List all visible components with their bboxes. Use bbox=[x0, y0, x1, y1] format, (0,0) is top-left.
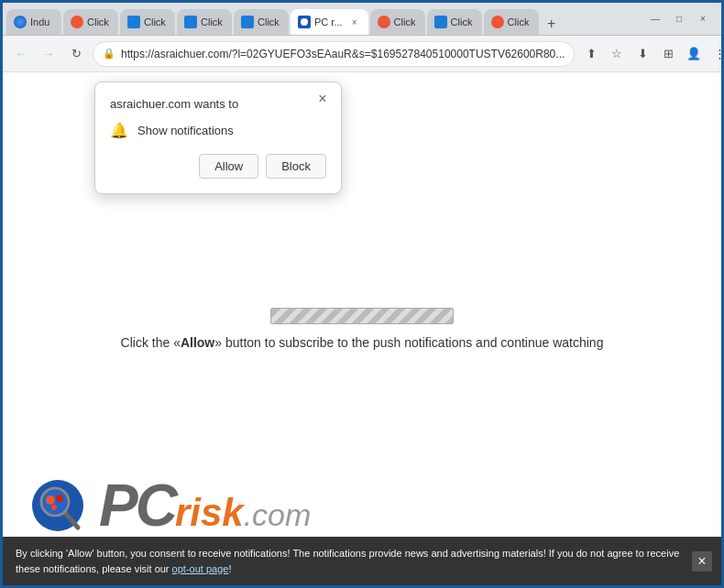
profile-button[interactable]: 👤 bbox=[683, 43, 705, 65]
allow-button[interactable]: Allow bbox=[199, 154, 258, 179]
tab-favicon-blue bbox=[127, 16, 140, 28]
title-bar: Indu Click Click Click Click bbox=[3, 3, 721, 36]
tab-click-8[interactable]: Click bbox=[427, 9, 482, 35]
popup-close-button[interactable]: × bbox=[313, 90, 332, 108]
com-text: .com bbox=[244, 497, 312, 532]
subscribe-text: Click the «Allow» button to subscribe to… bbox=[121, 335, 604, 350]
url-text: https://asraichuer.com/?l=02GYUEFO3sEAau… bbox=[121, 48, 565, 60]
tab-label: Click bbox=[451, 16, 473, 27]
tab-click-3[interactable]: Click bbox=[120, 9, 175, 35]
popup-notification-label: Show notifications bbox=[137, 124, 234, 137]
address-bar: ← → ↻ 🔒 https://asraichuer.com/?l=02GYUE… bbox=[3, 36, 721, 72]
svg-point-3 bbox=[46, 495, 55, 505]
tab-indu[interactable]: Indu bbox=[6, 9, 61, 35]
tab-click-7[interactable]: Click bbox=[370, 9, 425, 35]
tab-click-5[interactable]: Click bbox=[234, 9, 289, 35]
minimize-button[interactable]: — bbox=[646, 10, 664, 28]
tab-favicon-blue2 bbox=[184, 16, 197, 28]
tab-favicon-red bbox=[71, 16, 83, 28]
pcrisk-icon bbox=[30, 476, 90, 536]
tab-favicon-blue4 bbox=[434, 16, 447, 28]
pc-text: PC bbox=[99, 473, 175, 539]
popup-notification-row: 🔔 Show notifications bbox=[110, 122, 326, 139]
notification-popup: × asraichuer.com wants to 🔔 Show notific… bbox=[94, 82, 342, 194]
loading-bar bbox=[270, 308, 454, 324]
extensions-button[interactable]: ⊞ bbox=[657, 43, 679, 65]
tab-pcrisk-active[interactable]: PC r... × bbox=[291, 9, 368, 35]
tab-label: Click bbox=[144, 16, 166, 27]
tab-favicon-pcrisk bbox=[298, 16, 311, 28]
tab-favicon-blue3 bbox=[241, 16, 254, 28]
tab-favicon-globe bbox=[14, 16, 27, 28]
browser-window: Indu Click Click Click Click bbox=[3, 3, 721, 585]
subscribe-suffix: » button to subscribe to the push notifi… bbox=[214, 335, 603, 350]
tab-click-4[interactable]: Click bbox=[177, 9, 232, 35]
pcrisk-logo: PCrisk.com bbox=[30, 472, 311, 539]
subscribe-prefix: Click the « bbox=[121, 335, 181, 350]
popup-title: asraichuer.com wants to bbox=[110, 97, 326, 111]
share-button[interactable]: ⬆ bbox=[580, 43, 602, 65]
lock-icon: 🔒 bbox=[103, 48, 115, 60]
tab-label: Click bbox=[508, 16, 530, 27]
svg-point-4 bbox=[56, 495, 63, 502]
forward-button[interactable]: → bbox=[38, 43, 60, 65]
tab-favicon-red3 bbox=[491, 16, 504, 28]
new-tab-button[interactable]: + bbox=[541, 13, 563, 35]
tab-close-btn[interactable]: × bbox=[348, 16, 361, 28]
tab-favicon-red2 bbox=[378, 16, 390, 28]
popup-buttons: Allow Block bbox=[110, 154, 326, 179]
svg-point-5 bbox=[51, 505, 57, 510]
tab-label: Click bbox=[87, 16, 109, 27]
browser-content: Click the «Allow» button to subscribe to… bbox=[3, 72, 721, 585]
cookie-text: By clicking 'Allow' button, you consent … bbox=[16, 548, 679, 574]
tab-click-9[interactable]: Click bbox=[484, 9, 539, 35]
address-actions: ⬆ ☆ ⬇ ⊞ 👤 ⋮ bbox=[580, 43, 724, 65]
cookie-banner: By clicking 'Allow' button, you consent … bbox=[3, 537, 721, 585]
menu-button[interactable]: ⋮ bbox=[708, 43, 724, 65]
window-controls: — □ × bbox=[646, 10, 718, 28]
url-bar[interactable]: 🔒 https://asraichuer.com/?l=02GYUEFO3sEA… bbox=[93, 41, 575, 67]
cookie-text-end: ! bbox=[228, 563, 231, 574]
maximize-button[interactable]: □ bbox=[670, 10, 688, 28]
tab-bar: Indu Click Click Click Click bbox=[6, 3, 646, 35]
block-button[interactable]: Block bbox=[266, 154, 326, 179]
tab-click-2[interactable]: Click bbox=[63, 9, 118, 35]
bell-icon: 🔔 bbox=[110, 122, 128, 139]
close-button[interactable]: × bbox=[694, 10, 712, 28]
cookie-close-button[interactable]: × bbox=[692, 551, 712, 572]
refresh-button[interactable]: ↻ bbox=[65, 43, 87, 65]
tab-label-pcrisk: PC r... bbox=[314, 16, 343, 27]
download-button[interactable]: ⬇ bbox=[631, 43, 653, 65]
tab-label: Click bbox=[201, 16, 223, 27]
tab-label: Indu bbox=[30, 16, 49, 27]
back-button[interactable]: ← bbox=[10, 43, 32, 65]
risk-text: risk bbox=[175, 491, 244, 534]
opt-out-link[interactable]: opt-out page bbox=[172, 563, 229, 574]
bookmark-button[interactable]: ☆ bbox=[606, 43, 628, 65]
tab-label: Click bbox=[258, 16, 280, 27]
allow-keyword: Allow bbox=[181, 335, 214, 350]
tab-label: Click bbox=[394, 16, 416, 27]
pcrisk-text: PCrisk.com bbox=[99, 472, 311, 539]
